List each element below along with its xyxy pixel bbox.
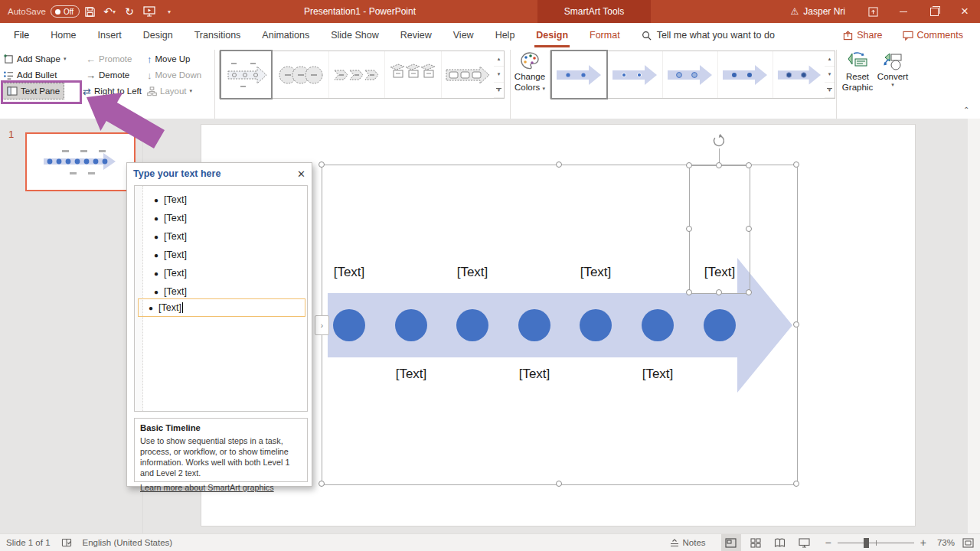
textbox-handle-top-right[interactable] [746, 162, 752, 168]
learn-more-link[interactable]: Learn more about SmartArt graphics [140, 482, 274, 493]
collapse-ribbon-button[interactable]: ⌃ [963, 106, 969, 114]
status-bar: Slide 1 of 1 English (United States) Not… [0, 533, 980, 551]
tab-transitions[interactable]: Transitions [184, 23, 252, 47]
tab-home[interactable]: Home [40, 23, 87, 47]
move-up-label: Move Up [155, 54, 191, 64]
tab-review[interactable]: Review [390, 23, 443, 47]
resize-handle-top-right[interactable] [793, 161, 799, 168]
tab-smartart-format[interactable]: Format [579, 23, 631, 47]
redo-button[interactable]: ↻ [119, 2, 139, 21]
style-thumb-intense-effect[interactable] [773, 51, 825, 98]
zoom-out-button[interactable]: − [825, 536, 831, 549]
save-button[interactable] [80, 2, 100, 21]
tab-view[interactable]: View [443, 23, 485, 47]
layout-thumb-accent-process[interactable] [385, 51, 441, 98]
tab-slide-show[interactable]: Slide Show [320, 23, 390, 47]
textbox-handle-bottom-center[interactable] [716, 289, 722, 295]
layouts-more-button[interactable]: ▾ [494, 83, 504, 98]
autosave-toggle[interactable]: Off [51, 5, 80, 18]
notes-button[interactable]: Notes [670, 538, 706, 547]
textbox-handle-left-middle[interactable] [686, 226, 692, 232]
resize-handle-bottom-left[interactable] [318, 481, 325, 487]
layout-thumb-chevron-list[interactable] [329, 51, 385, 98]
reading-view-button[interactable] [770, 534, 790, 551]
text-pane-item-5[interactable]: ●[Text] [144, 264, 305, 282]
add-shape-button[interactable]: Add Shape▾ [3, 51, 66, 67]
slide-sorter-icon [750, 538, 761, 548]
account-button[interactable]: ⚠Jasper Nri [791, 6, 845, 17]
close-button[interactable]: × [949, 0, 980, 23]
layouts-scroll-down-button[interactable]: ▾ [494, 67, 504, 82]
resize-handle-bottom-right[interactable] [793, 481, 799, 487]
zoom-slider-thumb[interactable] [864, 538, 869, 548]
zoom-in-button[interactable]: + [920, 536, 926, 549]
resize-handle-top-left[interactable] [318, 161, 325, 168]
tab-insert[interactable]: Insert [87, 23, 132, 47]
reset-graphic-button[interactable]: Reset Graphic [839, 51, 876, 93]
resize-handle-right-middle[interactable] [793, 321, 799, 328]
style-thumb-subtle-effect[interactable] [663, 51, 718, 98]
share-button[interactable]: Share [843, 30, 882, 41]
slide-sorter-view-button[interactable] [746, 534, 766, 551]
tab-animations[interactable]: Animations [251, 23, 320, 47]
textbox-handle-top-center[interactable] [716, 162, 722, 168]
slideshow-view-button[interactable] [795, 534, 815, 551]
textbox-handle-bottom-right[interactable] [746, 289, 752, 295]
tab-file[interactable]: File [0, 23, 40, 47]
comments-button[interactable]: Comments [903, 30, 963, 41]
style-thumb-simple-fill[interactable] [550, 50, 608, 99]
move-up-button[interactable]: ↑Move Up [147, 51, 191, 67]
text-pane-item-7-focused[interactable]: ●[Text] [138, 298, 305, 317]
text-pane-item-4[interactable]: ●[Text] [144, 246, 305, 264]
layout-thumb-circle-process[interactable] [273, 51, 328, 98]
layouts-scroll-up-button[interactable]: ▴ [494, 51, 504, 67]
ribbon-display-options-button[interactable] [858, 0, 888, 23]
minimize-button[interactable] [888, 0, 919, 23]
normal-view-button[interactable] [721, 534, 741, 551]
text-pane-item-1[interactable]: ●[Text] [144, 191, 305, 209]
spellcheck-icon[interactable] [61, 538, 72, 548]
style-thumb-white-outline[interactable] [608, 51, 663, 98]
promote-button[interactable]: ←Promote [86, 51, 132, 67]
demote-label: Demote [99, 70, 129, 80]
tab-smartart-design[interactable]: Design [525, 23, 579, 47]
smartart-info-box: Basic Timeline Use to show sequential st… [134, 418, 308, 482]
tell-me-search[interactable]: Tell me what you want to do [642, 30, 775, 41]
add-bullet-icon [3, 70, 14, 80]
ribbon-tab-row: File Home Insert Design Transitions Anim… [0, 23, 980, 47]
style-thumb-moderate-effect[interactable] [718, 51, 773, 98]
fit-to-window-icon[interactable] [962, 538, 974, 548]
zoom-slider[interactable] [838, 543, 914, 543]
text-pane-item-2[interactable]: ●[Text] [144, 209, 305, 227]
convert-button[interactable]: Convert ▾ [876, 51, 910, 89]
text-pane-item-3[interactable]: ●[Text] [144, 227, 305, 246]
styles-scroll-up-button[interactable]: ▴ [825, 51, 835, 67]
textbox-handle-bottom-left[interactable] [686, 289, 692, 295]
bullet-icon: ● [144, 233, 164, 241]
save-icon [84, 6, 96, 18]
tab-help[interactable]: Help [485, 23, 526, 47]
textbox-handle-right-middle[interactable] [746, 226, 752, 232]
rotation-handle-icon[interactable] [712, 134, 726, 148]
close-icon: × [961, 4, 969, 19]
zoom-level[interactable]: 73% [937, 538, 955, 547]
restore-button[interactable] [919, 0, 949, 23]
styles-scroll-down-button[interactable]: ▾ [825, 67, 835, 82]
start-slideshow-button[interactable] [139, 2, 159, 21]
undo-button[interactable]: ↶▾ [100, 2, 119, 21]
text-pane-toggle-button[interactable]: › [315, 315, 329, 335]
resize-handle-bottom-center[interactable] [556, 481, 562, 487]
layout-thumb-basic-timeline[interactable] [220, 50, 273, 99]
vertical-scrollbar[interactable] [968, 119, 980, 533]
text-pane-close-button[interactable]: ✕ [297, 168, 305, 180]
layout-thumb-arrow-process[interactable] [442, 51, 495, 98]
resize-handle-top-center[interactable] [556, 161, 562, 168]
textbox-handle-top-left[interactable] [686, 162, 692, 168]
text-pane-list[interactable]: ●[Text] ●[Text] ●[Text] ●[Text] ●[Text] … [134, 185, 308, 412]
language-indicator[interactable]: English (United States) [83, 538, 173, 547]
styles-more-button[interactable]: ▾ [825, 83, 835, 98]
tab-design[interactable]: Design [132, 23, 184, 47]
text-pane-header[interactable]: Type your text here ✕ [127, 163, 312, 184]
change-colors-button[interactable]: Change Colors ▾ [511, 51, 548, 93]
customize-qat-button[interactable]: ▾ [159, 2, 179, 21]
